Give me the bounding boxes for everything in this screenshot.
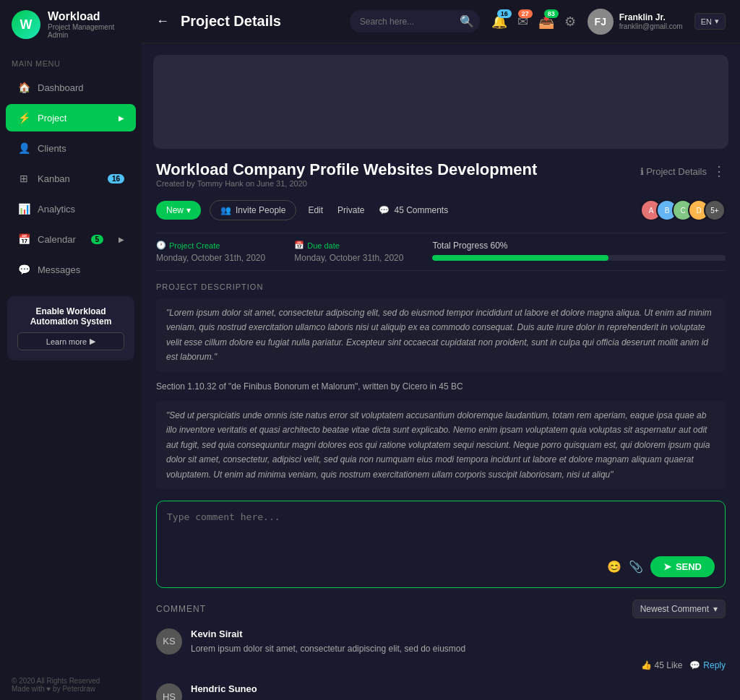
avatar: FJ bbox=[588, 9, 614, 35]
invite-people-button[interactable]: 👥 Invite People bbox=[210, 200, 296, 220]
comment-footer: 👍 45 Like 💬 Reply bbox=[191, 660, 726, 670]
more-members: 5+ bbox=[704, 199, 726, 221]
status-label: New bbox=[166, 205, 184, 215]
comment-body: Kevin Sirait Lorem ipsum dolor sit amet,… bbox=[191, 628, 726, 670]
sidebar: W Workload Project Management Admin Main… bbox=[0, 0, 142, 700]
search-input[interactable] bbox=[360, 17, 454, 27]
promo-learn-more-button[interactable]: Learn more ▶ bbox=[17, 332, 124, 350]
clock-icon: 🕐 bbox=[156, 241, 166, 250]
description-para2: "Sed ut perspiciatis unde omnis iste nat… bbox=[156, 401, 726, 489]
reply-label: Reply bbox=[703, 660, 726, 670]
calendar-icon: 📅 bbox=[17, 233, 30, 246]
inbox-count: 83 bbox=[544, 9, 559, 18]
thumbs-up-icon: 👍 bbox=[641, 660, 652, 670]
sidebar-item-label: Analytics bbox=[38, 204, 75, 215]
analytics-icon: 📊 bbox=[17, 202, 30, 215]
commenter-avatar: HS bbox=[156, 683, 182, 700]
dropdown-icon: ▾ bbox=[186, 205, 191, 215]
comment-text: Lorem ipsum dolor sit amet, consectetur … bbox=[191, 642, 726, 656]
learn-more-label: Learn more bbox=[46, 337, 87, 346]
chat-icon: 💬 bbox=[379, 205, 390, 215]
clients-icon: 👤 bbox=[17, 142, 30, 155]
project-arrow: ▶ bbox=[119, 114, 124, 122]
header-icons: 🔔 16 ✉ 27 📥 83 ⚙ bbox=[491, 14, 576, 30]
private-button[interactable]: Private bbox=[335, 201, 367, 220]
calendar-due-icon: 📅 bbox=[294, 241, 304, 250]
progress-section: Total Progress 60% bbox=[432, 241, 726, 263]
chevron-down-icon: ▾ bbox=[715, 17, 719, 26]
sidebar-item-label: Dashboard bbox=[38, 82, 84, 93]
commenter-avatar: KS bbox=[156, 628, 182, 654]
comments-button[interactable]: 💬 45 Comments bbox=[376, 201, 451, 220]
profile-area[interactable]: FJ Franklin Jr. franklin@gmail.com bbox=[588, 9, 683, 35]
sort-label: Newest Comment bbox=[640, 604, 709, 614]
stat-due: 📅 Due date Monday, October 31th, 2020 bbox=[294, 241, 403, 263]
back-button[interactable]: ← bbox=[156, 14, 169, 29]
more-options-icon[interactable]: ⋮ bbox=[713, 163, 726, 179]
sidebar-item-kanban[interactable]: ⊞ Kanban 16 bbox=[6, 165, 136, 192]
sidebar-item-project[interactable]: ⚡ Project ▶ bbox=[6, 104, 136, 131]
description-ref: Section 1.10.32 of "de Finibus Bonorum e… bbox=[156, 379, 726, 394]
app-name: Workload bbox=[48, 10, 130, 23]
emoji-icon[interactable]: 😊 bbox=[607, 560, 621, 574]
comment-section-label: COMMENT bbox=[156, 604, 206, 614]
comment-author: Kevin Sirait bbox=[191, 628, 726, 639]
comment-item: HS Hendric Suneo Nemo enim ipsam volupta… bbox=[156, 683, 726, 700]
comment-box: 😊 📎 ➤ SEND bbox=[156, 501, 726, 588]
like-button[interactable]: 👍 45 Like bbox=[641, 660, 683, 670]
profile-name: Franklin Jr. bbox=[619, 12, 683, 22]
sort-comments-button[interactable]: Newest Comment ▾ bbox=[632, 600, 726, 618]
progress-label: Total Progress 60% bbox=[432, 241, 726, 251]
description-section-title: PROJECT DESCRIPTION bbox=[156, 282, 726, 291]
project-banner bbox=[153, 55, 728, 149]
edit-button[interactable]: Edit bbox=[305, 201, 326, 220]
avatar-stack: A B C D 5+ bbox=[646, 199, 726, 221]
status-new-button[interactable]: New ▾ bbox=[156, 201, 201, 220]
sidebar-item-label: Project bbox=[38, 113, 66, 124]
lang-label: EN bbox=[701, 17, 712, 26]
send-label: SEND bbox=[676, 561, 702, 572]
send-icon: ➤ bbox=[663, 561, 671, 572]
sidebar-item-label: Messages bbox=[38, 264, 80, 275]
messages-button[interactable]: ✉ 27 bbox=[517, 14, 528, 30]
created-value: Monday, October 31th, 2020 bbox=[156, 253, 265, 263]
stat-created: 🕐 Project Create Monday, October 31th, 2… bbox=[156, 241, 265, 263]
profile-email: franklin@gmail.com bbox=[619, 22, 683, 30]
invite-label: Invite People bbox=[236, 205, 285, 215]
sidebar-item-dashboard[interactable]: 🏠 Dashboard bbox=[6, 74, 136, 101]
sidebar-item-label: Kanban bbox=[38, 173, 70, 184]
description-para1: "Lorem ipsum dolor sit amet, consectetur… bbox=[156, 298, 726, 372]
project-title: Workload Company Profile Websites Develo… bbox=[156, 160, 537, 179]
sidebar-item-label: Calendar bbox=[38, 234, 76, 245]
main-area: ← Project Details 🔍 🔔 16 ✉ 27 📥 83 ⚙ bbox=[142, 0, 740, 700]
sidebar-item-analytics[interactable]: 📊 Analytics bbox=[6, 195, 136, 222]
send-button[interactable]: ➤ SEND bbox=[650, 556, 715, 577]
sidebar-item-calendar[interactable]: 📅 Calendar 5 ▶ bbox=[6, 225, 136, 253]
kanban-badge: 16 bbox=[108, 174, 124, 183]
comment-author: Hendric Suneo bbox=[191, 683, 726, 694]
reply-icon: 💬 bbox=[689, 660, 700, 670]
footer-line2: Made with ♥ by Peterdraw bbox=[12, 685, 130, 693]
promo-box: Enable Workload Automation System Learn … bbox=[7, 296, 134, 360]
gear-icon: ⚙ bbox=[564, 14, 576, 29]
settings-button[interactable]: ⚙ bbox=[564, 14, 576, 30]
content-area: Workload Company Profile Websites Develo… bbox=[142, 43, 740, 700]
comment-body: Hendric Suneo Nemo enim ipsam voluptatem… bbox=[191, 683, 726, 700]
attachment-icon[interactable]: 📎 bbox=[629, 560, 643, 574]
progress-fill bbox=[432, 255, 608, 261]
sidebar-item-messages[interactable]: 💬 Messages bbox=[6, 256, 136, 283]
project-header: Workload Company Profile Websites Develo… bbox=[156, 160, 726, 196]
reply-button[interactable]: 💬 Reply bbox=[689, 660, 726, 670]
chevron-right-icon: ▶ bbox=[90, 337, 95, 346]
comment-actions: 😊 📎 ➤ SEND bbox=[167, 556, 715, 577]
project-icon: ⚡ bbox=[17, 111, 30, 124]
calendar-badge: 5 bbox=[91, 235, 104, 244]
sidebar-item-clients[interactable]: 👤 Clients bbox=[6, 134, 136, 162]
comment-input[interactable] bbox=[167, 511, 715, 548]
language-button[interactable]: EN ▾ bbox=[694, 13, 726, 30]
sidebar-footer: © 2020 All Rights Reserved Made with ♥ b… bbox=[0, 670, 142, 700]
notifications-button[interactable]: 🔔 16 bbox=[491, 14, 507, 30]
dashboard-icon: 🏠 bbox=[17, 81, 30, 94]
messages-icon: 💬 bbox=[17, 263, 30, 276]
inbox-button[interactable]: 📥 83 bbox=[538, 14, 554, 30]
